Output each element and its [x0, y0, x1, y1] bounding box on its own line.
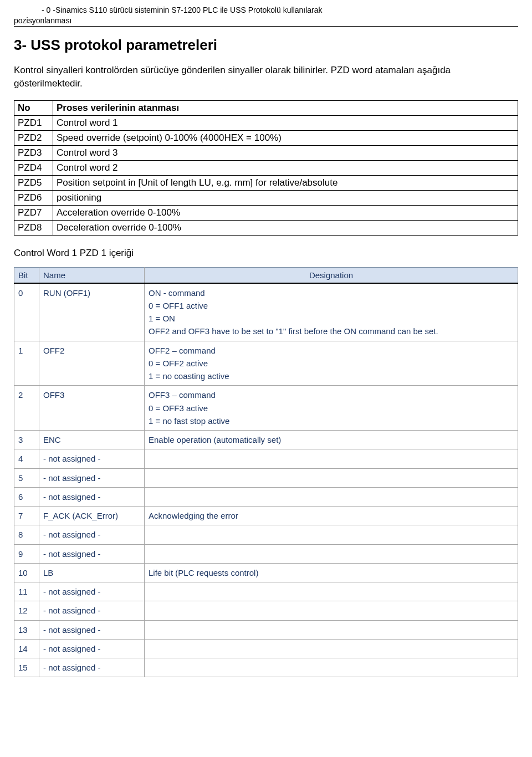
- cell-designation: OFF2 – command 0 = OFF2 active 1 = no co…: [145, 341, 518, 386]
- cell-no: PZD8: [14, 220, 53, 235]
- table-row: 3ENCEnable operation (automatically set): [14, 431, 518, 449]
- table-header-row: No Proses verilerinin atanması: [14, 100, 518, 115]
- page-title: 3- USS protokol parametreleri: [14, 37, 518, 54]
- table-row: PZD2Speed override (setpoint) 0-100% (40…: [14, 130, 518, 145]
- cell-bit: 7: [14, 507, 39, 525]
- cell-name: - not assigned -: [39, 582, 145, 601]
- cell-designation: [145, 487, 518, 506]
- table-row: 10LBLife bit (PLC requests control): [14, 563, 518, 582]
- cell-bit: 10: [14, 563, 39, 582]
- cell-designation: [145, 601, 518, 620]
- cell-name: - not assigned -: [39, 449, 145, 468]
- cell-bit: 2: [14, 386, 39, 431]
- cell-designation: [145, 468, 518, 487]
- cell-bit: 8: [14, 525, 39, 544]
- cell-designation: [145, 582, 518, 601]
- cell-designation: Enable operation (automatically set): [145, 431, 518, 449]
- pzd-table: No Proses verilerinin atanması PZD1Contr…: [14, 100, 518, 236]
- cell-designation: [145, 544, 518, 563]
- cell-designation: Life bit (PLC requests control): [145, 563, 518, 582]
- table-row: PZD1Control word 1: [14, 115, 518, 130]
- cell-desc: Deceleration override 0-100%: [53, 220, 518, 235]
- cell-bit: 14: [14, 639, 39, 658]
- cell-no: PZD3: [14, 145, 53, 160]
- header-designation: Designation: [145, 267, 518, 283]
- cell-name: - not assigned -: [39, 620, 145, 639]
- table-row: 0RUN (OFF1)ON - command 0 = OFF1 active …: [14, 283, 518, 341]
- cell-name: RUN (OFF1): [39, 283, 145, 341]
- cell-bit: 0: [14, 283, 39, 341]
- cell-bit: 1: [14, 341, 39, 386]
- table-row: PZD3Control word 3: [14, 145, 518, 160]
- cell-bit: 3: [14, 431, 39, 449]
- header-bit: Bit: [14, 267, 39, 283]
- cell-desc: Control word 2: [53, 160, 518, 175]
- cell-name: - not assigned -: [39, 601, 145, 620]
- header-name: Name: [39, 267, 145, 283]
- cell-desc: Speed override (setpoint) 0-100% (4000HE…: [53, 130, 518, 145]
- table-row: 7F_ACK (ACK_Error)Acknowledging the erro…: [14, 507, 518, 525]
- cell-bit: 13: [14, 620, 39, 639]
- cell-name: - not assigned -: [39, 468, 145, 487]
- control-word-1-table: Bit Name Designation 0RUN (OFF1)ON - com…: [14, 267, 518, 678]
- cell-designation: [145, 525, 518, 544]
- cell-name: - not assigned -: [39, 639, 145, 658]
- table-row: 8- not assigned -: [14, 525, 518, 544]
- table-row: 4- not assigned -: [14, 449, 518, 468]
- cell-desc: Acceleration override 0-100%: [53, 205, 518, 220]
- table-row: 6- not assigned -: [14, 487, 518, 506]
- cell-name: OFF3: [39, 386, 145, 431]
- table-row: 9- not assigned -: [14, 544, 518, 563]
- cell-no: PZD1: [14, 115, 53, 130]
- cell-no: PZD6: [14, 190, 53, 205]
- cell-no: PZD4: [14, 160, 53, 175]
- header-desc: Proses verilerinin atanması: [53, 100, 518, 115]
- cell-bit: 12: [14, 601, 39, 620]
- table-row: PZD8Deceleration override 0-100%: [14, 220, 518, 235]
- cell-name: - not assigned -: [39, 487, 145, 506]
- cell-no: PZD7: [14, 205, 53, 220]
- cell-bit: 15: [14, 658, 39, 677]
- table-row: 13- not assigned -: [14, 620, 518, 639]
- table-row: PZD4Control word 2: [14, 160, 518, 175]
- cell-desc: positioning: [53, 190, 518, 205]
- header-underline: [14, 26, 518, 27]
- cell-bit: 9: [14, 544, 39, 563]
- table-row: PZD6positioning: [14, 190, 518, 205]
- cell-name: - not assigned -: [39, 525, 145, 544]
- cell-name: OFF2: [39, 341, 145, 386]
- cell-no: PZD2: [14, 130, 53, 145]
- cell-desc: Control word 1: [53, 115, 518, 130]
- cell-designation: [145, 639, 518, 658]
- doc-header-title: - 0 -Sinamics S110 sürücü sisteminin S7-…: [14, 6, 518, 14]
- cell-no: PZD5: [14, 175, 53, 190]
- cell-designation: [145, 658, 518, 677]
- table-row: 5- not assigned -: [14, 468, 518, 487]
- table-row: 14- not assigned -: [14, 639, 518, 658]
- table-row: 12- not assigned -: [14, 601, 518, 620]
- cell-bit: 5: [14, 468, 39, 487]
- section-title: Control Word 1 PZD 1 içeriği: [14, 248, 518, 259]
- intro-text: Kontrol sinyalleri kontrolörden sürücüye…: [14, 64, 518, 90]
- table-row: PZD7Acceleration override 0-100%: [14, 205, 518, 220]
- cell-bit: 4: [14, 449, 39, 468]
- cell-name: ENC: [39, 431, 145, 449]
- cell-designation: [145, 449, 518, 468]
- table-header-row: Bit Name Designation: [14, 267, 518, 283]
- table-row: 1OFF2OFF2 – command 0 = OFF2 active 1 = …: [14, 341, 518, 386]
- cell-name: - not assigned -: [39, 544, 145, 563]
- table-row: 11- not assigned -: [14, 582, 518, 601]
- cell-desc: Position setpoint in [Unit of length LU,…: [53, 175, 518, 190]
- cell-name: - not assigned -: [39, 658, 145, 677]
- cell-designation: [145, 620, 518, 639]
- doc-header-subtitle: pozisyonlanması: [14, 16, 518, 25]
- table-row: 2OFF3OFF3 – command 0 = OFF3 active 1 = …: [14, 386, 518, 431]
- table-row: 15- not assigned -: [14, 658, 518, 677]
- header-no: No: [14, 100, 53, 115]
- cell-bit: 6: [14, 487, 39, 506]
- cell-designation: Acknowledging the error: [145, 507, 518, 525]
- cell-name: LB: [39, 563, 145, 582]
- cell-desc: Control word 3: [53, 145, 518, 160]
- cell-designation: OFF3 – command 0 = OFF3 active 1 = no fa…: [145, 386, 518, 431]
- cell-designation: ON - command 0 = OFF1 active 1 = ON OFF2…: [145, 283, 518, 341]
